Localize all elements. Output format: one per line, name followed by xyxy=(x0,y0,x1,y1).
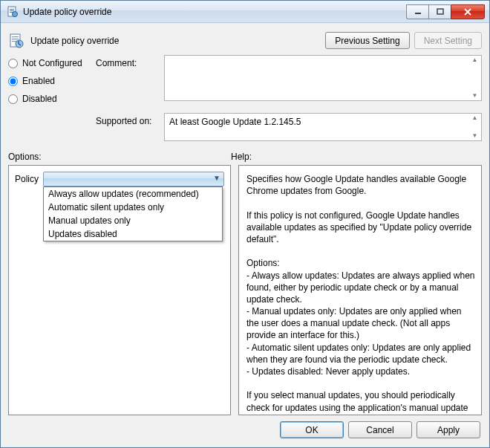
policy-option[interactable]: Automatic silent updates only xyxy=(44,201,222,214)
page-heading: Update policy override xyxy=(30,36,325,46)
upper-grid: Not Configured Enabled Disabled Comment:… xyxy=(8,55,482,141)
window-controls xyxy=(406,4,485,19)
supported-scrollbar[interactable]: ▲ ▼ xyxy=(469,114,480,140)
help-label: Help: xyxy=(231,152,252,162)
radio-not-configured-label: Not Configured xyxy=(22,58,82,68)
apply-button[interactable]: Apply xyxy=(416,421,480,438)
svg-rect-5 xyxy=(415,13,421,14)
scroll-up-icon: ▲ xyxy=(469,114,480,122)
policy-dropdown-list[interactable]: Always allow updates (recommended) Autom… xyxy=(43,186,223,241)
scroll-down-icon: ▼ xyxy=(469,132,480,140)
ok-button[interactable]: OK xyxy=(280,421,344,438)
content-area: Update policy override Previous Setting … xyxy=(1,23,489,447)
close-button[interactable] xyxy=(451,4,485,19)
footer-buttons: OK Cancel Apply xyxy=(8,415,482,440)
header-row: Update policy override Previous Setting … xyxy=(8,29,482,55)
state-radio-group: Not Configured Enabled Disabled xyxy=(8,55,91,104)
lower-panels: Policy ▼ Always allow updates (recommend… xyxy=(8,165,482,415)
app-icon xyxy=(7,6,19,18)
radio-disabled-input[interactable] xyxy=(8,94,18,104)
supported-on-text: At least Google Update 1.2.145.5 xyxy=(169,117,301,127)
policy-label: Policy xyxy=(15,174,39,184)
minimize-button[interactable] xyxy=(406,4,428,19)
policy-icon xyxy=(8,33,24,49)
next-setting-button[interactable]: Next Setting xyxy=(414,32,482,49)
svg-rect-1 xyxy=(10,9,14,10)
comment-textarea[interactable]: ▲ ▼ xyxy=(164,55,482,101)
window-title: Update policy override xyxy=(23,7,406,17)
titlebar: Update policy override xyxy=(1,1,489,23)
supported-on-box: At least Google Update 1.2.145.5 ▲ ▼ xyxy=(164,113,482,141)
svg-point-4 xyxy=(13,11,18,16)
cancel-button[interactable]: Cancel xyxy=(348,421,412,438)
policy-option[interactable]: Manual updates only xyxy=(44,214,222,227)
supported-label: Supported on: xyxy=(96,113,160,126)
svg-rect-6 xyxy=(437,9,443,14)
help-panel: Specifies how Google Update handles avai… xyxy=(238,165,482,415)
scroll-down-icon: ▼ xyxy=(469,92,480,100)
dialog-window: Update policy override xyxy=(0,0,490,448)
svg-rect-9 xyxy=(12,39,19,39)
policy-option[interactable]: Always allow updates (recommended) xyxy=(44,187,222,201)
comment-label: Comment: xyxy=(96,55,160,68)
radio-not-configured[interactable]: Not Configured xyxy=(8,58,91,68)
svg-rect-8 xyxy=(12,36,19,37)
policy-combobox[interactable]: ▼ xyxy=(43,172,224,186)
radio-enabled-label: Enabled xyxy=(22,76,55,86)
options-panel: Policy ▼ Always allow updates (recommend… xyxy=(8,165,231,415)
svg-rect-2 xyxy=(10,10,14,11)
options-label: Options: xyxy=(8,152,231,162)
scroll-up-icon: ▲ xyxy=(469,56,480,64)
chevron-down-icon: ▼ xyxy=(213,174,220,182)
radio-enabled-input[interactable] xyxy=(8,77,18,86)
help-text: Specifies how Google Update handles avai… xyxy=(245,172,478,415)
radio-enabled[interactable]: Enabled xyxy=(8,76,91,86)
comment-scrollbar[interactable]: ▲ ▼ xyxy=(469,56,480,100)
radio-not-configured-input[interactable] xyxy=(8,59,18,68)
previous-setting-button[interactable]: Previous Setting xyxy=(325,32,409,49)
maximize-button[interactable] xyxy=(428,4,451,19)
radio-disabled[interactable]: Disabled xyxy=(8,94,91,104)
policy-option[interactable]: Updates disabled xyxy=(44,227,222,241)
radio-disabled-label: Disabled xyxy=(22,94,57,104)
lower-labels: Options: Help: xyxy=(8,152,482,162)
